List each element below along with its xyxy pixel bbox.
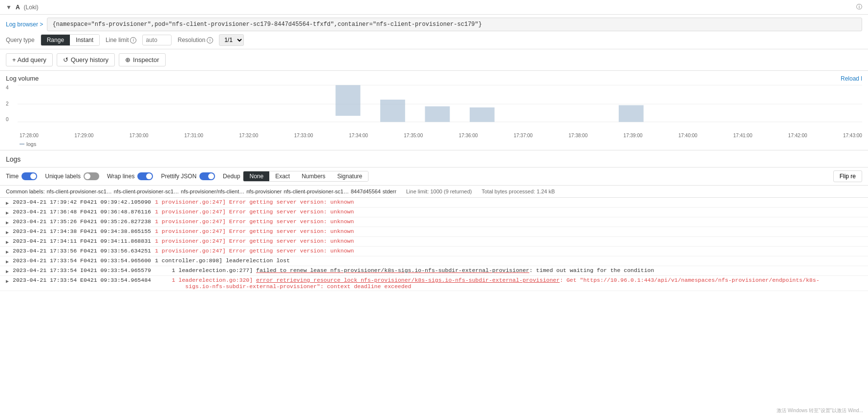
logs-section: Logs Time Unique labels Wrap lines Prett… xyxy=(0,150,868,291)
log-entries: ▶ 2023-04-21 17:39:42 F0421 09:39:42.105… xyxy=(0,198,868,291)
common-label-3: nfs-provisioner xyxy=(246,189,282,194)
logs-toolbar: Time Unique labels Wrap lines Prettify J… xyxy=(0,167,868,186)
log-message: 1 provisioner.go:247] Error getting serv… xyxy=(155,199,354,205)
log-browser-row: Log browser > xyxy=(6,18,862,31)
log-expand-icon[interactable]: ▶ xyxy=(6,239,9,245)
query-type-group: Range Instant xyxy=(41,34,100,46)
query-input[interactable] xyxy=(47,18,862,31)
common-label-2: nfs-provisioner/nfs-client… xyxy=(181,189,244,194)
resolution-select[interactable]: 1/1 1/2 1/3 xyxy=(219,34,244,46)
line-limit-info-icon[interactable]: i xyxy=(130,37,136,43)
query-history-button[interactable]: ↺ Query history xyxy=(57,53,115,66)
reload-button[interactable]: Reload l xyxy=(841,75,862,82)
log-row: ▶ 2023-04-21 17:39:42 F0421 09:39:42.105… xyxy=(0,198,868,208)
log-browser-button[interactable]: Log browser > xyxy=(6,21,43,28)
underline-text: failed to renew lease nfs-provisioner/k8… xyxy=(256,267,529,273)
common-labels-prefix: Common labels: xyxy=(6,189,44,194)
log-expand-icon[interactable]: ▶ xyxy=(6,200,9,206)
log-expand-icon[interactable]: ▶ xyxy=(6,210,9,216)
wrap-lines-toggle[interactable] xyxy=(137,172,153,180)
svg-rect-7 xyxy=(619,105,644,122)
instant-button[interactable]: Instant xyxy=(70,35,99,45)
log-message: 1 provisioner.go:247] Error getting serv… xyxy=(155,218,354,225)
svg-rect-3 xyxy=(336,85,361,116)
log-expand-icon[interactable]: ▶ xyxy=(6,230,9,235)
time-label: Time xyxy=(6,173,19,180)
log-message: 1 leaderelection.go:277] failed to renew… xyxy=(155,267,654,273)
total-bytes-info: Total bytes processed: 1.24 kB xyxy=(481,189,555,194)
resolution-label: Resolution i xyxy=(177,37,213,43)
line-limit-label: Line limit i xyxy=(106,37,136,43)
log-timestamp: 2023-04-21 17:33:56 F0421 09:33:56.63425… xyxy=(13,248,151,254)
chart-svg xyxy=(18,84,862,123)
resolution-info-icon[interactable]: i xyxy=(207,37,213,43)
history-icon: ↺ xyxy=(63,56,68,63)
log-timestamp: 2023-04-21 17:33:54 F0421 09:33:54.96560… xyxy=(13,257,151,264)
log-message: 1 provisioner.go:247] Error getting serv… xyxy=(155,248,354,254)
log-expand-icon[interactable]: ▶ xyxy=(6,259,9,265)
info-icon[interactable]: ⓘ xyxy=(856,3,862,11)
log-row: ▶ 2023-04-21 17:33:54 F0421 09:33:54.965… xyxy=(0,256,868,266)
svg-rect-5 xyxy=(425,106,450,122)
svg-rect-6 xyxy=(470,107,495,122)
common-label-0: nfs-client-provisioner-sc1… xyxy=(46,189,111,194)
log-timestamp: 2023-04-21 17:34:11 F0421 09:34:11.86883… xyxy=(13,238,151,244)
inspector-icon: ⊕ xyxy=(125,56,130,63)
common-label-4: nfs-client-provisioner-sc1… xyxy=(283,189,348,194)
log-timestamp: 2023-04-21 17:35:26 F0421 09:35:26.82723… xyxy=(13,218,151,225)
flip-results-button[interactable]: Flip re xyxy=(833,170,862,182)
log-expand-icon[interactable]: ▶ xyxy=(6,269,9,274)
query-bar: Log browser > Query type Range Instant L… xyxy=(0,15,868,49)
query-options: Query type Range Instant Line limit i Re… xyxy=(6,34,862,46)
log-expand-icon[interactable]: ▶ xyxy=(6,278,9,284)
unique-labels-item: Unique labels xyxy=(45,172,99,180)
datasource-name: A xyxy=(16,4,20,11)
underline-text-error: error retrieving resource lock nfs-provi… xyxy=(256,277,560,283)
wrap-lines-label: Wrap lines xyxy=(107,173,134,180)
dedup-exact[interactable]: Exact xyxy=(269,171,296,181)
svg-rect-4 xyxy=(380,100,405,122)
time-toggle-item: Time xyxy=(6,172,37,180)
common-label-6: stderr xyxy=(383,189,396,194)
log-row: ▶ 2023-04-21 17:36:48 F0421 09:36:48.876… xyxy=(0,208,868,217)
common-label-1: nfs-client-provisioner-sc1… xyxy=(114,189,179,194)
chart-container: 4 2 0 xyxy=(6,84,862,133)
prettify-json-item: Prettify JSON xyxy=(161,172,215,180)
prettify-json-toggle[interactable] xyxy=(199,172,215,180)
dedup-none[interactable]: None xyxy=(243,171,269,181)
log-row: ▶ 2023-04-21 17:35:26 F0421 09:35:26.827… xyxy=(0,217,868,227)
dedup-numbers[interactable]: Numbers xyxy=(296,171,331,181)
inspector-button[interactable]: ⊕ Inspector xyxy=(119,53,165,66)
log-expand-icon[interactable]: ▶ xyxy=(6,220,9,226)
logs-title: Logs xyxy=(0,150,868,167)
log-row: ▶ 2023-04-21 17:33:54 E0421 09:33:54.965… xyxy=(0,276,868,291)
log-row: ▶ 2023-04-21 17:33:56 F0421 09:33:56.634… xyxy=(0,247,868,256)
chart-area xyxy=(18,84,862,123)
log-volume-section: Log volume Reload l 4 2 0 xyxy=(0,71,868,150)
legend-dot xyxy=(20,144,24,145)
add-query-button[interactable]: + Add query xyxy=(6,53,53,66)
log-row: ▶ 2023-04-21 17:34:11 F0421 09:34:11.868… xyxy=(0,237,868,247)
log-expand-icon[interactable]: ▶ xyxy=(6,249,9,255)
query-type-label: Query type xyxy=(6,37,35,43)
range-button[interactable]: Range xyxy=(41,35,70,45)
common-labels-bar: Common labels: nfs-client-provisioner-sc… xyxy=(0,186,868,198)
chart-legend: logs xyxy=(6,141,862,147)
log-message: 1 controller.go:898] leaderelection lost xyxy=(155,257,290,264)
dedup-label: Dedup xyxy=(223,173,240,180)
line-limit-info: Line limit: 1000 (9 returned) xyxy=(406,189,472,194)
log-message: 1 leaderelection.go:320] error retrievin… xyxy=(155,277,820,290)
log-timestamp: 2023-04-21 17:36:48 F0421 09:36:48.87611… xyxy=(13,209,151,215)
collapse-icon[interactable]: ▼ xyxy=(6,4,12,11)
log-timestamp: 2023-04-21 17:33:54 I0421 09:33:54.96557… xyxy=(13,267,151,273)
unique-labels-toggle[interactable] xyxy=(84,172,99,180)
log-message: 1 provisioner.go:247] Error getting serv… xyxy=(155,238,354,244)
top-bar: ▼ A (Loki) ⓘ xyxy=(0,0,868,15)
common-label-5: 8447d45564 xyxy=(351,189,381,194)
line-limit-input[interactable] xyxy=(142,35,172,45)
time-toggle[interactable] xyxy=(22,172,37,180)
log-message: 1 provisioner.go:247] Error getting serv… xyxy=(155,209,354,215)
unique-labels-label: Unique labels xyxy=(45,173,81,180)
prettify-json-label: Prettify JSON xyxy=(161,173,196,180)
dedup-signature[interactable]: Signature xyxy=(331,171,368,181)
